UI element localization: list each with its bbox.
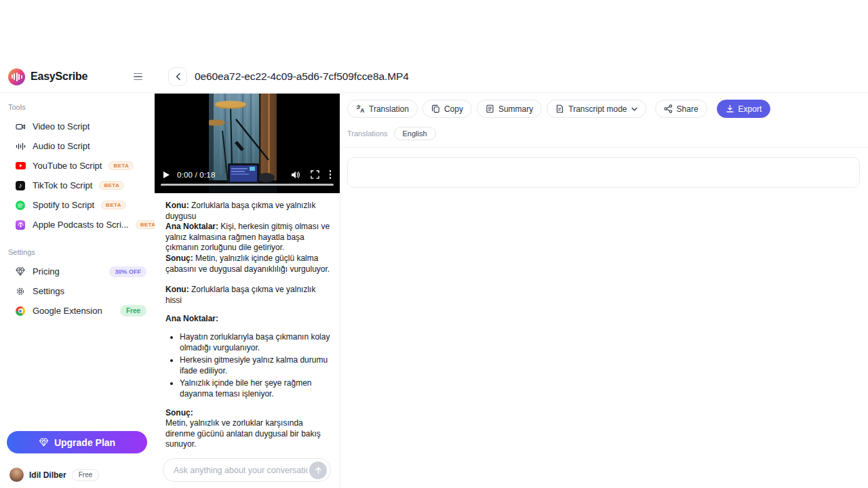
back-button[interactable] <box>168 67 187 86</box>
sidebar-item-label: Apple Podcasts to Scri... <box>33 220 129 230</box>
copy-label: Copy <box>444 104 463 114</box>
chat-input-bar <box>163 458 331 482</box>
summary-block-1: Konu: Zorluklarla başa çıkma ve yalnızlı… <box>165 201 330 274</box>
sidebar-collapse-icon[interactable] <box>132 72 144 82</box>
discount-badge: 30% OFF <box>109 266 146 277</box>
share-label: Share <box>677 104 698 114</box>
translations-label: Translations <box>347 129 388 138</box>
content-divider <box>341 147 868 148</box>
summary-button[interactable]: Summary <box>477 100 542 118</box>
transcript-mode-label: Transcript mode <box>568 104 627 114</box>
sidebar-item-video-to-script[interactable]: Video to Script <box>0 117 155 136</box>
download-icon <box>726 104 734 113</box>
spotify-icon <box>15 200 26 211</box>
sidebar-item-label: YouTube to Script <box>33 161 102 171</box>
brand-name: EasyScribe <box>31 70 87 83</box>
volume-icon[interactable] <box>291 171 300 179</box>
transcript-summary: Konu: Zorluklarla başa çıkma ve yalnızlı… <box>155 193 340 450</box>
waveform-icon <box>15 141 26 152</box>
sidebar-item-label: Pricing <box>33 266 60 277</box>
video-camera-icon <box>15 121 26 132</box>
copy-icon <box>431 104 440 113</box>
sidebar-item-google-extension[interactable]: Google Extension Free <box>0 301 155 321</box>
sidebar-item-label: Google Extension <box>33 306 102 316</box>
sidebar-item-audio-to-script[interactable]: Audio to Script <box>0 136 155 156</box>
sidebar-item-apple-podcasts-to-script[interactable]: Apple Podcasts to Scri... BETA <box>0 215 155 235</box>
gear-icon <box>15 286 26 297</box>
time-display: 0:00 / 0:18 <box>177 171 216 179</box>
upgrade-plan-button[interactable]: Upgrade Plan <box>7 431 147 453</box>
transcript-doc-icon <box>555 104 564 113</box>
chevron-left-icon <box>175 73 181 81</box>
beta-badge: BETA <box>108 161 134 170</box>
sidebar-item-label: Spotify to Script <box>33 200 94 210</box>
easyscribe-logo-icon <box>8 68 25 85</box>
user-profile[interactable]: Idil Dilber Free <box>9 468 99 482</box>
bullet-item: Yalnızlık içinde bile her şeye rağmen da… <box>180 378 330 399</box>
export-button[interactable]: Export <box>717 100 771 118</box>
copy-button[interactable]: Copy <box>422 100 472 118</box>
bullet-item: Herkesin gitmesiyle yalnız kalma durumu … <box>180 355 330 376</box>
beta-badge: BETA <box>101 201 126 209</box>
upgrade-plan-label: Upgrade Plan <box>54 437 115 448</box>
sidebar-item-settings[interactable]: Settings <box>0 281 155 301</box>
user-plan-badge: Free <box>72 469 100 481</box>
file-header: 0e60ea72-ec22-4c09-a5d6-7cf509fcce8a.MP4 <box>155 67 409 86</box>
beta-badge: BETA <box>99 181 124 190</box>
share-button[interactable]: Share <box>655 100 707 118</box>
sidebar-item-tiktok-to-script[interactable]: ♪ TikTok to Script BETA <box>0 176 155 195</box>
fullscreen-icon[interactable] <box>311 170 319 179</box>
video-player[interactable]: 0:00 / 0:18 <box>155 94 340 193</box>
free-badge: Free <box>120 305 146 317</box>
empty-transcript-box <box>347 157 860 188</box>
sidebar: Tools Video to Script Audio to Script Yo… <box>0 94 155 488</box>
chrome-icon <box>15 306 26 317</box>
language-chip-english[interactable]: English <box>394 127 436 140</box>
apple-podcasts-icon <box>15 220 26 230</box>
play-icon[interactable] <box>163 171 170 178</box>
sidebar-item-pricing[interactable]: Pricing 30% OFF <box>0 262 155 281</box>
export-label: Export <box>738 104 762 114</box>
summary-doc-icon <box>486 104 494 113</box>
svg-text:A: A <box>360 107 364 113</box>
summary-bullet-list: Hayatın zorluklarıyla başa çıkmanın kola… <box>165 332 330 400</box>
player-controls: 0:00 / 0:18 <box>155 170 340 179</box>
sidebar-item-label: TikTok to Script <box>33 180 92 190</box>
gem-icon <box>39 438 49 447</box>
transcript-panel: A Translation Copy Summary Transcript mo… <box>341 94 868 488</box>
transcript-toolbar: A Translation Copy Summary Transcript mo… <box>341 94 868 118</box>
sidebar-item-spotify-to-script[interactable]: Spotify to Script BETA <box>0 195 155 215</box>
translations-row: Translations English <box>347 127 868 140</box>
tools-section-label: Tools <box>8 103 155 111</box>
app-root: EasyScribe 0e60ea72-ec22-4c09-a5d6-7cf50… <box>0 0 868 488</box>
bullet-item: Hayatın zorluklarıyla başa çıkmanın kola… <box>180 332 330 353</box>
arrow-up-send-icon <box>315 466 322 474</box>
tiktok-icon: ♪ <box>15 180 26 191</box>
file-title: 0e60ea72-ec22-4c09-a5d6-7cf509fcce8a.MP4 <box>195 70 409 83</box>
avatar <box>9 468 24 482</box>
youtube-icon <box>15 161 26 171</box>
sidebar-item-label: Audio to Script <box>33 141 90 151</box>
seek-bar[interactable] <box>161 184 334 186</box>
translation-button[interactable]: A Translation <box>347 100 418 118</box>
media-column: 0:00 / 0:18 Konu: Zorluklarla başa çıkma… <box>155 94 340 488</box>
share-nodes-icon <box>664 104 673 113</box>
top-header: EasyScribe 0e60ea72-ec22-4c09-a5d6-7cf50… <box>0 61 868 93</box>
settings-section-label: Settings <box>8 248 155 256</box>
transcript-mode-button[interactable]: Transcript mode <box>547 100 646 118</box>
translate-icon: A <box>356 104 365 113</box>
sidebar-item-youtube-to-script[interactable]: YouTube to Script BETA <box>0 156 155 176</box>
kebab-menu-icon[interactable] <box>330 170 332 179</box>
translation-label: Translation <box>369 104 409 114</box>
send-button[interactable] <box>309 462 327 479</box>
summary-label: Summary <box>498 104 533 114</box>
sidebar-item-label: Settings <box>33 286 64 296</box>
summary-block-2: Konu: Zorluklarla başa çıkma ve yalnızlı… <box>165 285 330 450</box>
sidebar-header: EasyScribe <box>0 68 155 85</box>
gem-icon <box>15 266 26 277</box>
chevron-down-icon <box>631 107 637 111</box>
sidebar-item-label: Video to Script <box>33 121 90 131</box>
user-name: Idil Dilber <box>29 470 66 480</box>
chat-input[interactable] <box>172 465 309 476</box>
